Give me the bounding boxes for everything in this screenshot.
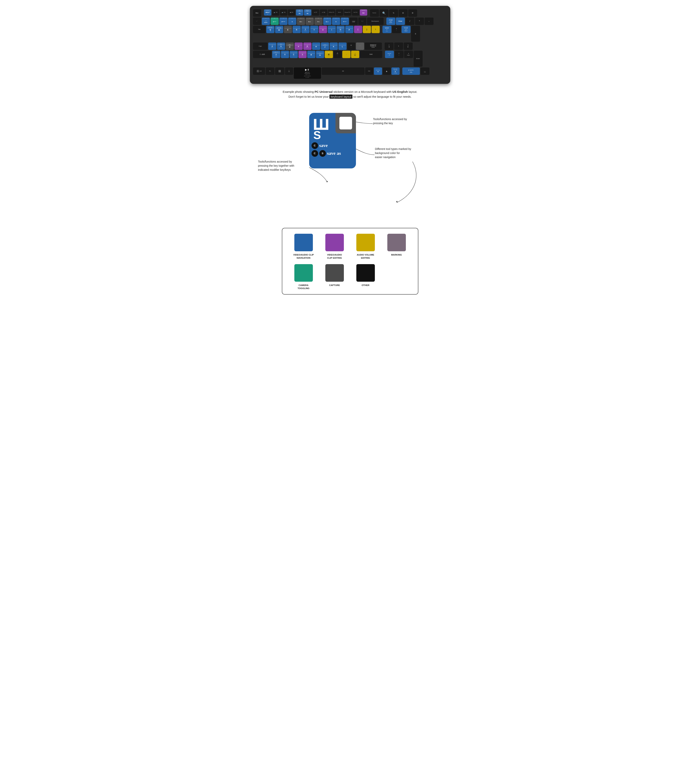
key-a[interactable]: A A save in: [268, 42, 277, 50]
key-num4[interactable]: 4 ◄: [384, 42, 394, 50]
key-pause[interactable]: Pause F11: [344, 9, 351, 16]
key-u[interactable]: U U: [319, 26, 327, 33]
key-tab[interactable]: Tab: [253, 26, 266, 33]
key-caps[interactable]: Caps: [253, 42, 268, 50]
key-f2[interactable]: 🔈 F2: [272, 9, 279, 16]
key-equals[interactable]: + =: [358, 17, 366, 25]
key-tilde[interactable]: ~ `: [253, 17, 261, 25]
key-q[interactable]: RIPPLE TRIMPREVIOUS Q Q alt: [266, 26, 275, 33]
key-l[interactable]: L L: [338, 42, 347, 50]
key-6[interactable]: ^ 6 6audio: [306, 17, 314, 25]
key-x[interactable]: X X cut: [281, 51, 289, 58]
key-fn[interactable]: Fn: [266, 67, 275, 75]
key-num7[interactable]: ZOOM SEQEND SEQ 7 Home: [383, 26, 391, 33]
key-num-plus[interactable]: +: [411, 26, 420, 42]
key-backslash[interactable]: \: [372, 26, 380, 33]
key-prtscn[interactable]: PrtScn F9: [328, 9, 335, 16]
key-y[interactable]: Y Y: [310, 26, 318, 33]
key-num-minus[interactable]: -: [425, 17, 434, 25]
key-enter[interactable]: RENDER EFFIN WORK AR. Enter: [365, 42, 382, 50]
key-space[interactable]: Alt: [322, 67, 364, 75]
key-c[interactable]: C C copy: [290, 51, 298, 58]
key-bracket-open[interactable]: [: [354, 26, 362, 33]
key-5[interactable]: % 5 5effect: [297, 17, 305, 25]
key-num-dot[interactable]: . Del: [420, 67, 430, 75]
key-num6[interactable]: 6 ►: [404, 42, 412, 50]
key-0[interactable]: ) 0 0multi-cam: [341, 17, 349, 25]
key-1[interactable]: ! 1 ◄◄ 1 project: [262, 17, 270, 25]
key-clear[interactable]: Clear: [396, 17, 405, 25]
key-batch[interactable]: BATCHCAPT F6: [304, 9, 311, 16]
key-f4[interactable]: ⏮ F4: [288, 9, 295, 16]
key-b[interactable]: B B: [307, 51, 316, 58]
key-v[interactable]: V V paste: [298, 51, 306, 58]
key-ctrl-left[interactable]: S ctrl: [253, 67, 265, 75]
key-s[interactable]: SELECTCLIP S S save promotion: [277, 42, 285, 50]
key-period[interactable]: .: [342, 51, 350, 58]
key-k[interactable]: K K: [330, 42, 338, 50]
key-quote[interactable]: ': [356, 42, 364, 50]
key-4[interactable]: $ 4 4: [288, 17, 296, 25]
key-f7[interactable]: ✳ F7: [312, 9, 319, 16]
key-g[interactable]: G G primes at ul: [303, 42, 311, 50]
key-num-rotate[interactable]: ↻: [389, 9, 398, 17]
key-arrow-right[interactable]: NEXT EDIT○ next clip ► ▷ trim flow: [391, 67, 400, 75]
key-num3[interactable]: 3 PgDn: [404, 51, 413, 58]
key-shift-right[interactable]: Shift: [360, 51, 382, 58]
key-f[interactable]: F F: [295, 42, 303, 50]
key-num-enter[interactable]: Enter: [414, 51, 423, 67]
key-slash[interactable]: / MARKSEL: [351, 51, 359, 58]
key-e[interactable]: E E: [284, 26, 292, 33]
key-9[interactable]: ( 9 9: [332, 17, 340, 25]
key-num-search[interactable]: 🔍: [380, 9, 389, 17]
key-r[interactable]: R R: [292, 26, 301, 33]
key-win[interactable]: ⊞: [275, 67, 284, 75]
key-num9[interactable]: GOTO SEQCLIP ENDendgoto selclip end: [402, 26, 411, 33]
key-scrlk[interactable]: ScrLk: [336, 9, 343, 16]
desc-highlight[interactable]: keyboard layout: [330, 95, 352, 98]
key-num-settings[interactable]: ⚙: [408, 9, 417, 17]
key-7[interactable]: & 7 7effect: [314, 17, 323, 25]
key-numlock[interactable]: NumLk: [370, 9, 379, 17]
key-shift-left[interactable]: ⇧ shift: [253, 51, 272, 58]
key-2[interactable]: @ 2 2source: [270, 17, 279, 25]
key-t[interactable]: T T edit type: [302, 26, 309, 33]
key-capture[interactable]: CAP-TURE F5: [296, 9, 303, 16]
key-num-gear[interactable]: ⚙: [398, 9, 408, 17]
key-num8[interactable]: 8 ↑: [392, 26, 401, 33]
key-num2[interactable]: 2 ↓: [395, 51, 403, 58]
key-bracket-close[interactable]: ]: [363, 26, 371, 33]
key-help[interactable]: ◄◄ F1 HELP F1: [264, 9, 271, 16]
key-backspace[interactable]: Backspace: [367, 17, 384, 25]
key-num0[interactable]: ▶ trim flows0Insert: [402, 67, 420, 75]
key-j[interactable]: J add editplay around J: [321, 42, 329, 50]
key-3[interactable]: # 3 3timeline: [279, 17, 288, 25]
key-o[interactable]: Ogoto in O goto stf: [336, 26, 345, 33]
key-ins[interactable]: Ins F12: [352, 9, 359, 16]
key-semicolon[interactable]: ■ ■ ;: [347, 42, 355, 50]
key-w[interactable]: RIPPLE TRIMNEXT W close W: [275, 26, 283, 33]
key-f8[interactable]: ✳ F8: [320, 9, 327, 16]
key-arrow-up[interactable]: ▲: [383, 67, 391, 75]
key-comma[interactable]: ▼Aim ,: [334, 51, 342, 58]
key-h[interactable]: H H: [312, 42, 320, 50]
key-minus[interactable]: _ - ▼ speedof trails: [350, 17, 358, 25]
key-n[interactable]: N+next mark N: [316, 51, 324, 58]
key-alt-left[interactable]: @ alt: [285, 67, 293, 75]
key-ctrl-r[interactable]: Ctrl: [365, 67, 373, 75]
key-8[interactable]: * 8 8media: [323, 17, 331, 25]
key-num5[interactable]: 5: [394, 42, 403, 50]
key-esc[interactable]: Esc: [253, 9, 261, 17]
key-d[interactable]: MATCHFRAME D D: [286, 42, 294, 50]
key-prev-edit[interactable]: PREV EDIT1End: [385, 51, 394, 58]
key-ripple-del[interactable]: ripple del Del: [360, 9, 367, 16]
key-num-slash[interactable]: /: [405, 17, 414, 25]
key-arrow-left[interactable]: ◄ trim back ◄: [374, 67, 382, 75]
key-playback[interactable]: ▶⏸ play it to outwith pressitoout ▷ play…: [294, 67, 321, 79]
key-f3[interactable]: 🔉 F3: [280, 9, 288, 16]
key-p[interactable]: P P: [345, 26, 353, 33]
key-goto-seq[interactable]: GOTO SEQCLIP STARThomegoto selclip start: [386, 17, 395, 25]
key-num-star[interactable]: *: [415, 17, 424, 25]
key-m[interactable]: M M dim dl: [325, 51, 333, 58]
key-z[interactable]: MARK CLIPZ Z undo: [272, 51, 280, 58]
